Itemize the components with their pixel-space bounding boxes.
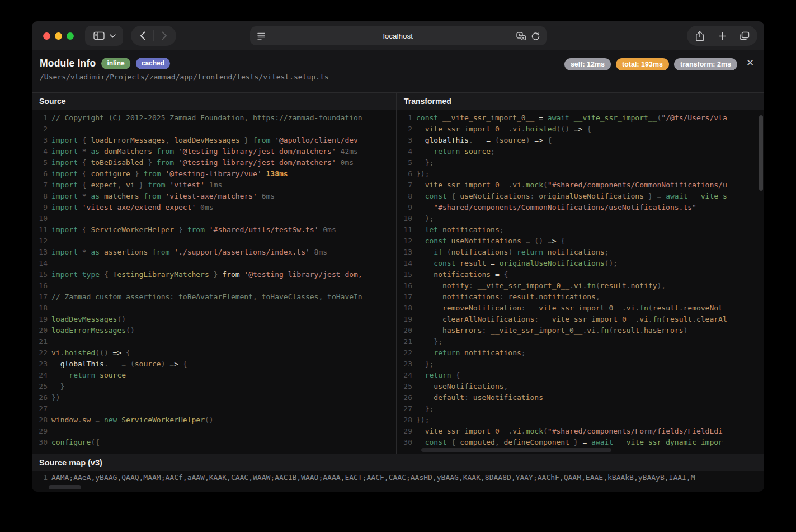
line-number: 5 — [397, 157, 412, 168]
code-line: 4import * as domMatchers from '@testing-… — [32, 146, 396, 157]
code-line: 17 notifications: result.notifications, — [397, 291, 764, 303]
line-number: 1 — [32, 112, 48, 124]
code-line: 28window.sw = new ServiceWorkerHelper() — [32, 415, 396, 426]
cached-badge: cached — [136, 58, 170, 69]
line-number: 13 — [397, 247, 412, 258]
code-line: 23 }; — [397, 359, 764, 370]
line-number: 23 — [32, 359, 48, 370]
line-number: 9 — [397, 202, 412, 213]
address-bar[interactable]: localhost — [250, 26, 547, 45]
code-line: 20 hasErrors: __vite_ssr_import_0__.vi.f… — [397, 325, 764, 336]
line-number: 19 — [32, 314, 48, 325]
code-line: 21 — [32, 336, 396, 347]
code-line: 12 — [32, 236, 396, 247]
module-file-path: /Users/vladimir/Projects/zammad/app/fron… — [40, 73, 755, 81]
line-number: 28 — [32, 415, 48, 426]
code-line: 10 — [32, 213, 396, 224]
code-line: 24 return { — [397, 370, 764, 381]
code-line: 27 — [32, 403, 396, 415]
source-panel: Source 1// Copyright (C) 2012-2025 Zamma… — [32, 93, 397, 454]
tab-overview-icon[interactable] — [736, 27, 753, 44]
code-line: 8import * as matchers from 'vitest-axe/m… — [32, 191, 396, 202]
line-number: 27 — [397, 403, 412, 415]
line-number: 29 — [32, 426, 48, 437]
line-number: 14 — [397, 258, 412, 269]
line-number: 12 — [32, 236, 48, 247]
code-line: 19loadDevMessages() — [32, 314, 396, 325]
line-number: 4 — [397, 146, 412, 157]
code-line: 16 — [32, 280, 396, 291]
code-line: 16 notify: __vite_ssr_import_0__.vi.fn(r… — [397, 280, 764, 291]
transform-time-badge: transform: 2ms — [674, 58, 737, 70]
source-code[interactable]: 1// Copyright (C) 2012-2025 Zammad Found… — [32, 110, 396, 454]
chevron-down-icon[interactable] — [107, 27, 117, 44]
line-number: 13 — [32, 247, 48, 258]
line-number: 3 — [32, 135, 48, 146]
code-line: 19 clearAllNotifications: __vite_ssr_imp… — [397, 314, 764, 325]
code-line: 8 const { useNotifications: originalUseN… — [397, 191, 764, 202]
sourcemap-mappings: AAMA;AAeA,yBAAG,QAAQ,MAAM;AACf,aAAW,KAAK… — [51, 473, 695, 482]
line-number: 7 — [397, 180, 412, 191]
code-line: 25 } — [32, 381, 396, 392]
traffic-lights — [43, 32, 74, 40]
line-number: 22 — [397, 347, 412, 359]
new-tab-icon[interactable] — [714, 27, 731, 44]
close-icon[interactable]: ✕ — [745, 57, 756, 68]
source-panel-title: Source — [32, 93, 396, 110]
code-line: 2__vite_ssr_import_0__.vi.hoisted(() => … — [397, 124, 764, 135]
line-number: 22 — [32, 347, 48, 359]
line-number: 7 — [32, 180, 48, 191]
code-line: 13 if (notifications) return notificatio… — [397, 247, 764, 258]
line-number: 12 — [397, 236, 412, 247]
line-number: 17 — [32, 291, 48, 303]
code-line: 22vi.hoisted(() => { — [32, 347, 396, 359]
line-number: 15 — [32, 269, 48, 280]
line-number: 1 — [397, 112, 412, 124]
line-number: 5 — [32, 157, 48, 168]
forward-button[interactable] — [156, 27, 173, 44]
code-line: 14 const result = originalUseNotificatio… — [397, 258, 764, 269]
vertical-scrollbar[interactable] — [759, 115, 763, 191]
line-number: 2 — [397, 124, 412, 135]
line-number: 1 — [32, 473, 48, 482]
transformed-code[interactable]: 1const __vite_ssr_import_0__ = await __v… — [397, 110, 764, 454]
inline-badge: inline — [101, 58, 130, 69]
horizontal-scrollbar[interactable] — [421, 448, 611, 452]
line-number: 30 — [397, 437, 412, 448]
line-number: 9 — [32, 202, 48, 213]
line-number: 19 — [397, 314, 412, 325]
line-number: 11 — [397, 224, 412, 236]
code-line: 18 — [32, 303, 396, 314]
code-line: 20loadErrorMessages() — [32, 325, 396, 336]
code-line: 11 let notifications; — [397, 224, 764, 236]
code-line: 3import { loadErrorMessages, loadDevMess… — [32, 135, 396, 146]
back-button[interactable] — [134, 27, 151, 44]
code-line: 25 useNotifications, — [397, 381, 764, 392]
code-line: 29 — [32, 426, 396, 437]
code-line: 26 default: useNotifications — [397, 392, 764, 403]
minimize-window-button[interactable] — [55, 32, 62, 40]
code-line: 7__vite_ssr_import_0__.vi.mock("#shared/… — [397, 180, 764, 191]
line-number: 24 — [32, 370, 48, 381]
line-number: 23 — [397, 359, 412, 370]
extensions-icon[interactable] — [516, 32, 526, 40]
close-window-button[interactable] — [43, 32, 50, 40]
browser-toolbar: localhost — [32, 21, 764, 50]
sidebar-icon[interactable] — [91, 27, 107, 44]
sourcemap-horizontal-scrollbar[interactable] — [49, 485, 81, 489]
window-actions-group — [687, 26, 757, 46]
line-number: 10 — [32, 213, 48, 224]
code-line: 7import { expect, vi } from 'vitest' 1ms — [32, 180, 396, 191]
code-line: 10 ); — [397, 213, 764, 224]
code-line: 27 }; — [397, 403, 764, 415]
code-line: 30 const { computed, defineComponent } =… — [397, 437, 764, 448]
line-number: 6 — [397, 168, 412, 180]
share-icon[interactable] — [691, 27, 708, 44]
line-number: 21 — [32, 336, 48, 347]
line-number: 30 — [32, 437, 48, 448]
line-number: 20 — [397, 325, 412, 336]
reload-icon[interactable] — [531, 32, 540, 40]
zoom-window-button[interactable] — [67, 32, 74, 40]
timing-badges: self: 12ms total: 193ms transform: 2ms — [564, 58, 737, 70]
code-line: 5import { toBeDisabled } from '@testing-… — [32, 157, 396, 168]
